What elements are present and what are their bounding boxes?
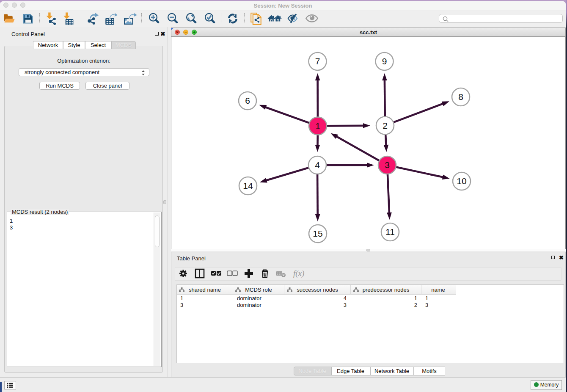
svg-text:7: 7: [315, 56, 320, 66]
svg-text:3: 3: [385, 160, 390, 170]
svg-text:14: 14: [243, 181, 253, 190]
svg-text:4: 4: [315, 160, 320, 170]
svg-text:11: 11: [385, 227, 395, 237]
svg-text:9: 9: [382, 56, 387, 66]
svg-text:6: 6: [245, 96, 250, 105]
svg-text:8: 8: [458, 92, 463, 102]
svg-text:f(x): f(x): [293, 269, 304, 278]
svg-text:15: 15: [313, 229, 322, 238]
svg-text:1: 1: [315, 121, 320, 131]
svg-text:10: 10: [457, 176, 466, 186]
svg-text:2: 2: [383, 121, 388, 130]
